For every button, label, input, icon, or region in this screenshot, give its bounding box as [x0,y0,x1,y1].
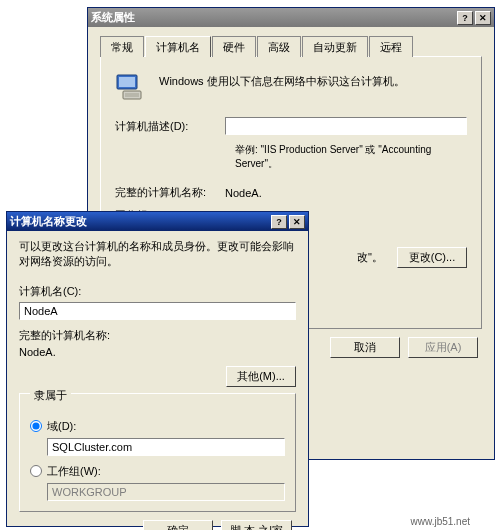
fullname-label: 完整的计算机名称: [115,185,225,200]
workgroup-input [47,483,285,501]
tab-computer-name[interactable]: 计算机名 [145,36,211,57]
fullname-value: NodeA. [225,187,467,199]
cancel-button[interactable]: 取消 [330,337,400,358]
member-of-legend: 隶属于 [30,388,71,403]
rename-close-button[interactable]: ✕ [289,215,305,229]
close-button[interactable]: ✕ [475,11,491,25]
svg-rect-1 [119,77,135,87]
tab-remote[interactable]: 远程 [369,36,413,57]
member-of-fieldset: 隶属于 域(D): 工作组(W): [19,393,296,512]
titlebar-buttons: ? ✕ [455,11,491,25]
description-label: 计算机描述(D): [115,119,225,134]
rename-ok-button[interactable]: 确定 [143,520,213,530]
help-button[interactable]: ? [457,11,473,25]
computer-name-input[interactable] [19,302,296,320]
sysprops-titlebar: 系统属性 ? ✕ [88,8,494,27]
intro-text: Windows 使用以下信息在网络中标识这台计算机。 [159,71,405,89]
tab-advanced[interactable]: 高级 [257,36,301,57]
change-button[interactable]: 更改(C)... [397,247,467,268]
computer-name-change-dialog: 计算机名称更改 ? ✕ 可以更改这台计算机的名称和成员身份。更改可能会影响对网络… [6,211,309,527]
apply-button[interactable]: 应用(A) [408,337,478,358]
tab-hardware[interactable]: 硬件 [212,36,256,57]
rename-titlebar: 计算机名称更改 ? ✕ [7,212,308,231]
rename-titlebar-buttons: ? ✕ [269,215,305,229]
change-hint-fragment: 改"。 [357,250,383,265]
rename-help-button[interactable]: ? [271,215,287,229]
sysprops-title: 系统属性 [91,10,135,25]
rename-fullname-value: NodeA. [19,346,296,358]
computer-icon [115,71,147,103]
description-input[interactable] [225,117,467,135]
tab-strip: 常规 计算机名 硬件 高级 自动更新 远程 [100,36,482,57]
rename-body: 可以更改这台计算机的名称和成员身份。更改可能会影响对网络资源的访问。 计算机名(… [7,231,308,530]
rename-intro: 可以更改这台计算机的名称和成员身份。更改可能会影响对网络资源的访问。 [19,239,296,270]
svg-rect-3 [125,93,139,97]
tab-auto-update[interactable]: 自动更新 [302,36,368,57]
domain-radio[interactable] [30,420,42,432]
more-button[interactable]: 其他(M)... [226,366,296,387]
rename-button-row: 确定 脚 本 之|家 [19,512,296,530]
example-hint: 举例: "IIS Production Server" 或 "Accountin… [235,143,467,171]
domain-input[interactable] [47,438,285,456]
workgroup-radio-label: 工作组(W): [47,464,101,479]
workgroup-radio[interactable] [30,465,42,477]
rename-fullname-label: 完整的计算机名称: [19,328,296,343]
watermark: www.jb51.net [411,516,470,527]
name-label: 计算机名(C): [19,284,296,299]
tab-general[interactable]: 常规 [100,36,144,57]
rename-title: 计算机名称更改 [10,214,87,229]
domain-radio-label: 域(D): [47,419,76,434]
rename-script-button[interactable]: 脚 本 之|家 [221,520,292,530]
